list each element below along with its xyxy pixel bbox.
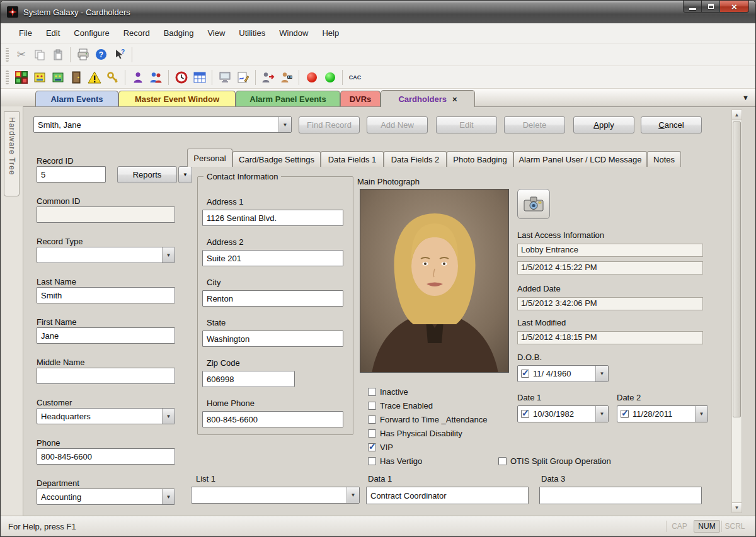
person-icon[interactable] [129, 69, 146, 86]
signature-icon[interactable] [234, 69, 251, 86]
restore-button[interactable] [702, 1, 720, 13]
date2-picker[interactable]: 11/28/2011 ▼ [617, 405, 708, 422]
tab-alarm-panel-user-lcd-message[interactable]: Alarm Panel User / LCD Message [513, 151, 647, 167]
capture-photo-button[interactable] [517, 189, 550, 219]
phone-field[interactable] [37, 448, 175, 465]
data1-field[interactable] [366, 487, 529, 504]
copy-icon[interactable] [31, 46, 48, 63]
has-physical-disability-checkbox[interactable]: Has Physical Disability [368, 428, 462, 438]
forward-to-time-attendance-checkbox[interactable]: Forward to Time _Attendance [368, 414, 488, 424]
menu-view[interactable]: View [200, 23, 232, 43]
data-table-icon[interactable] [191, 69, 208, 86]
state-field[interactable] [202, 331, 343, 347]
list1-combo[interactable]: ▼ [191, 487, 360, 504]
record-id-field[interactable] [37, 166, 106, 183]
chevron-down-icon[interactable]: ▼ [162, 409, 175, 424]
checkbox-box[interactable] [368, 443, 376, 451]
print-icon[interactable] [74, 46, 91, 63]
scrollbar-thumb[interactable] [733, 122, 741, 417]
menu-configure[interactable]: Configure [67, 23, 116, 43]
tab-photo-badging[interactable]: Photo Badging [447, 151, 513, 167]
date1-checkbox[interactable] [521, 410, 529, 418]
otis-split-group-checkbox[interactable]: OTIS Split Group Operation [498, 456, 611, 466]
hardware-tree-tab[interactable]: Hardware Tree [4, 111, 20, 196]
hardware-grid-icon[interactable] [13, 69, 30, 86]
scroll-up-icon[interactable]: ▲ [732, 110, 742, 120]
tab-card-badge-settings[interactable]: Card/Badge Settings [232, 151, 321, 167]
checkbox-box[interactable] [498, 457, 507, 465]
tab-close-icon[interactable]: × [452, 94, 457, 104]
chevron-down-icon[interactable]: ▼ [595, 406, 608, 422]
menu-window[interactable]: Window [272, 23, 315, 43]
reports-button[interactable]: Reports [117, 166, 177, 183]
record-type-combo[interactable]: ▼ [37, 247, 175, 263]
chevron-down-icon[interactable]: ▼ [346, 487, 359, 503]
menu-record[interactable]: Record [117, 23, 157, 43]
has-vertigo-checkbox[interactable]: Has Vertigo [368, 456, 422, 466]
door-icon[interactable] [67, 69, 84, 86]
checkbox-box[interactable] [368, 415, 376, 424]
tab-notes[interactable]: Notes [647, 151, 681, 167]
menu-edit[interactable]: Edit [39, 23, 67, 43]
red-circle-icon[interactable] [303, 69, 320, 86]
menu-utilities[interactable]: Utilities [232, 23, 272, 43]
paste-icon[interactable] [49, 46, 66, 63]
clock-icon[interactable] [173, 69, 190, 86]
middle-name-field[interactable] [37, 368, 175, 384]
toolbar-grip[interactable] [6, 71, 9, 84]
tab-overflow-icon[interactable]: ▼ [742, 94, 749, 101]
tab-data-fields-1[interactable]: Data Fields 1 [321, 151, 384, 167]
home-phone-field[interactable] [202, 411, 343, 427]
menu-help[interactable]: Help [315, 23, 346, 43]
workstation-icon[interactable] [216, 69, 233, 86]
tab-master-event-window[interactable]: Master Event Window [118, 91, 236, 106]
vertical-scrollbar[interactable]: ▲ ▼ [731, 110, 742, 513]
first-name-field[interactable] [37, 327, 175, 344]
tab-data-fields-2[interactable]: Data Fields 2 [384, 151, 447, 167]
add-new-button[interactable]: Add New [367, 116, 428, 133]
menu-file[interactable]: File [12, 23, 39, 43]
checkbox-box[interactable] [368, 402, 376, 410]
panel-green-icon[interactable] [49, 69, 66, 86]
city-field[interactable] [202, 290, 343, 307]
tab-alarm-events[interactable]: Alarm Events [35, 91, 118, 106]
help-icon[interactable]: ? [93, 46, 110, 63]
vip-checkbox[interactable]: VIP [368, 442, 393, 452]
inactive-checkbox[interactable]: Inactive [368, 387, 408, 397]
chevron-down-icon[interactable]: ▼ [162, 247, 175, 263]
panel-yellow-icon[interactable] [31, 69, 48, 86]
dob-picker[interactable]: 11/ 4/1960 ▼ [517, 365, 609, 382]
people-pair-icon[interactable] [147, 69, 164, 86]
context-help-icon[interactable]: ? [111, 46, 128, 63]
warning-icon[interactable] [86, 69, 103, 86]
cut-icon[interactable]: ✂ [13, 46, 30, 63]
green-circle-icon[interactable] [321, 69, 338, 86]
scroll-down-icon[interactable]: ▼ [732, 502, 742, 512]
data3-field[interactable] [539, 487, 702, 504]
chevron-down-icon[interactable]: ▼ [278, 117, 291, 132]
close-button[interactable]: × [720, 1, 749, 13]
edit-button[interactable]: Edit [436, 116, 497, 133]
reports-dropdown-button[interactable]: ▼ [178, 166, 192, 183]
checkbox-box[interactable] [368, 457, 376, 465]
titlebar[interactable]: System Galaxy - Cardholders × [1, 1, 755, 23]
key-icon[interactable] [104, 69, 121, 86]
last-name-field[interactable] [37, 287, 175, 303]
cancel-button[interactable]: Cancel [641, 116, 702, 133]
customer-combo[interactable]: Headquarters ▼ [37, 408, 175, 424]
tab-personal[interactable]: Personal [187, 149, 232, 167]
delete-button[interactable]: Delete [504, 116, 565, 133]
checkbox-box[interactable] [368, 388, 376, 396]
address1-field[interactable] [202, 210, 343, 226]
zip-code-field[interactable] [202, 371, 295, 387]
common-id-field[interactable] [37, 206, 175, 223]
chevron-down-icon[interactable]: ▼ [162, 489, 175, 504]
people-export-icon[interactable] [260, 69, 277, 86]
trace-enabled-checkbox[interactable]: Trace Enabled [368, 400, 433, 410]
date2-checkbox[interactable] [621, 410, 629, 418]
checkbox-box[interactable] [368, 429, 376, 438]
find-record-button[interactable]: Find Record [299, 116, 360, 133]
record-name-combo[interactable]: Smith, Jane ▼ [33, 116, 292, 133]
date1-picker[interactable]: 10/30/1982 ▼ [517, 405, 609, 422]
menu-badging[interactable]: Badging [157, 23, 201, 43]
